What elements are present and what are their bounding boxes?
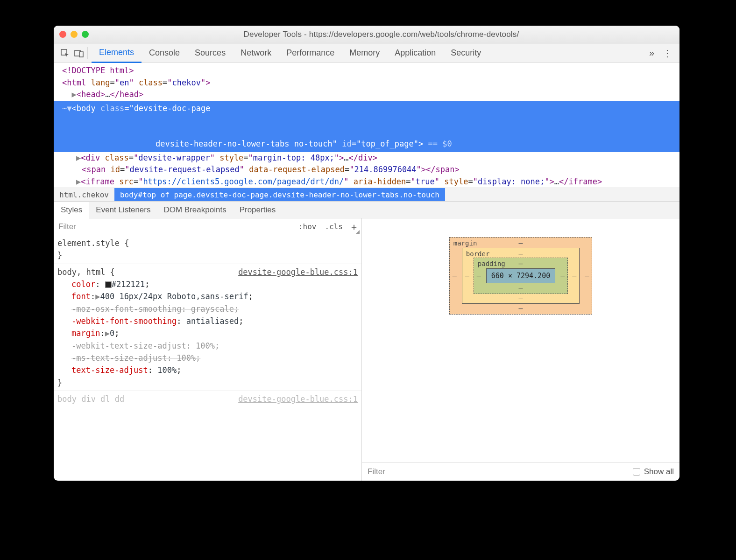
zoom-window-button[interactable] bbox=[82, 31, 89, 38]
tab-application[interactable]: Application bbox=[387, 43, 443, 63]
iframe-element[interactable]: ▶<iframe src="https://clients5.google.co… bbox=[54, 176, 679, 188]
settings-menu-icon[interactable]: ⋮ bbox=[663, 48, 672, 59]
device-toolbar-icon[interactable] bbox=[74, 49, 84, 58]
span-element[interactable]: <span id="devsite-request-elapsed" data-… bbox=[54, 164, 679, 176]
window-controls bbox=[59, 31, 89, 38]
computed-filter-input[interactable]: Filter bbox=[368, 467, 385, 476]
prop-margin[interactable]: margin:▶0; bbox=[57, 327, 358, 339]
prop-webkit-smoothing[interactable]: -webkit-font-smoothing: antialiased; bbox=[57, 315, 358, 327]
breadcrumb-body[interactable]: body#top_of_page.devsite-doc-page.devsit… bbox=[114, 188, 445, 201]
rule-source-link[interactable]: devsite-google-blue.css:1 bbox=[238, 266, 358, 278]
devtools-window: Developer Tools - https://developers.goo… bbox=[54, 26, 679, 481]
css-selector-2[interactable]: body div dl dd bbox=[57, 394, 124, 404]
styles-pane: Filter :hov .cls + element.style { } dev… bbox=[54, 218, 362, 481]
tab-sources[interactable]: Sources bbox=[187, 43, 233, 63]
prop-moz-smoothing[interactable]: -moz-osx-font-smoothing: grayscale; bbox=[57, 303, 358, 315]
tab-security[interactable]: Security bbox=[443, 43, 488, 63]
box-model-margin[interactable]: margin – – – – border – – – – padding – bbox=[449, 237, 592, 315]
sidebar-tabs: Styles Event Listeners DOM Breakpoints P… bbox=[54, 202, 679, 218]
subtab-properties[interactable]: Properties bbox=[233, 202, 282, 218]
tab-network[interactable]: Network bbox=[233, 43, 279, 63]
computed-pane: margin – – – – border – – – – padding – bbox=[362, 218, 679, 481]
more-tabs-icon[interactable]: » bbox=[649, 48, 654, 58]
close-window-button[interactable] bbox=[59, 31, 66, 38]
head-element[interactable]: ▶<head>…</head> bbox=[54, 89, 679, 101]
css-selector[interactable]: body, html { bbox=[57, 267, 115, 277]
show-all-toggle[interactable]: Show all bbox=[633, 467, 674, 476]
div-element[interactable]: ▶<div class="devsite-wrapper" style="mar… bbox=[54, 152, 679, 164]
hov-toggle[interactable]: :hov bbox=[298, 222, 317, 231]
subtab-styles[interactable]: Styles bbox=[54, 202, 89, 218]
prop-ms-tsa[interactable]: -ms-text-size-adjust: 100%; bbox=[57, 352, 358, 364]
tab-elements[interactable]: Elements bbox=[92, 43, 142, 63]
prop-color[interactable]: color: #212121; bbox=[57, 278, 358, 290]
prop-webkit-tsa[interactable]: -webkit-text-size-adjust: 100%; bbox=[57, 340, 358, 352]
window-titlebar: Developer Tools - https://developers.goo… bbox=[54, 26, 679, 43]
tab-performance[interactable]: Performance bbox=[279, 43, 342, 63]
rule-source-link-2[interactable]: devsite-google-blue.css:1 bbox=[238, 393, 358, 405]
doctype-node[interactable]: <!DOCTYPE html> bbox=[62, 66, 134, 75]
subtab-dom-breakpoints[interactable]: DOM Breakpoints bbox=[157, 202, 233, 218]
styles-filter-input[interactable]: Filter bbox=[58, 222, 76, 231]
box-model-padding[interactable]: padding – – – – 660 × 7294.200 bbox=[474, 258, 568, 294]
window-title: Developer Tools - https://developers.goo… bbox=[89, 30, 674, 39]
cls-toggle[interactable]: .cls bbox=[325, 222, 343, 231]
inspect-icon[interactable] bbox=[60, 49, 70, 58]
prop-font[interactable]: font:▶400 16px/24px Roboto,sans-serif; bbox=[57, 290, 358, 302]
color-swatch-icon[interactable] bbox=[105, 281, 112, 288]
box-model-content[interactable]: 660 × 7294.200 bbox=[486, 268, 555, 283]
prop-tsa[interactable]: text-size-adjust: 100%; bbox=[57, 364, 358, 376]
tab-console[interactable]: Console bbox=[142, 43, 187, 63]
body-element-selected[interactable]: ⋯▼<body class="devsite-doc-pagedevsite-h… bbox=[54, 101, 679, 152]
main-toolbar: Elements Console Sources Network Perform… bbox=[54, 43, 679, 63]
svg-rect-2 bbox=[79, 52, 83, 57]
panel-tabs: Elements Console Sources Network Perform… bbox=[92, 43, 488, 63]
element-style-rule[interactable]: element.style { bbox=[57, 238, 129, 248]
breadcrumb-html[interactable]: html.chekov bbox=[54, 188, 114, 201]
html-element[interactable]: <html lang="en" class="chekov"> bbox=[54, 77, 679, 89]
subtab-event-listeners[interactable]: Event Listeners bbox=[89, 202, 157, 218]
minimize-window-button[interactable] bbox=[71, 31, 78, 38]
dom-breadcrumb: html.chekov body#top_of_page.devsite-doc… bbox=[54, 188, 679, 202]
dom-tree[interactable]: <!DOCTYPE html> <html lang="en" class="c… bbox=[54, 63, 679, 188]
box-model-border[interactable]: border – – – – padding – – – – 660 × 729… bbox=[462, 248, 580, 304]
checkbox-icon[interactable] bbox=[633, 468, 640, 476]
tab-memory[interactable]: Memory bbox=[342, 43, 387, 63]
resize-handle-icon[interactable] bbox=[356, 230, 360, 234]
